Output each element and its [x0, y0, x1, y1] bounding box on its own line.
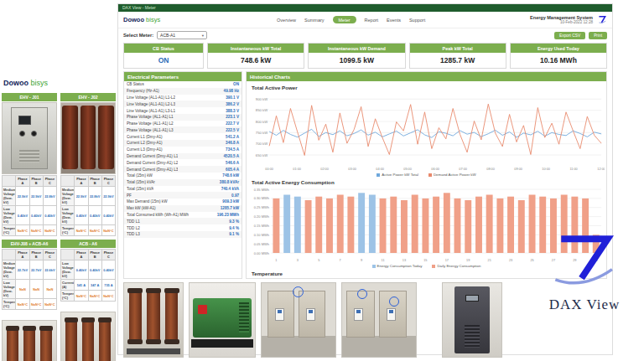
svg-text:0.25 MWh: 0.25 MWh [254, 205, 270, 209]
power-chart-title: Total Active Power [252, 85, 605, 90]
header-brand-logo[interactable]: Dowoo bisys [123, 16, 160, 23]
svg-text:10:00: 10:00 [542, 167, 550, 171]
measurement-row: Temperature (°C)NaN°CNaN°CNaN°C [61, 225, 116, 236]
nav-events[interactable]: Events [387, 18, 401, 23]
parameter-row: Current L2 (Dmy-A1)346.8 A [124, 140, 242, 147]
transformer-coil [98, 106, 114, 169]
generator-logo [198, 305, 207, 313]
kpi-energy-today: Energy Used Today 10.16 MWh [510, 43, 607, 69]
legend-swatch [372, 265, 376, 268]
measurement-value: NaN°C [43, 225, 56, 236]
phase-column-header: Phase A [75, 250, 88, 260]
nav-summary[interactable]: Summary [304, 18, 325, 23]
measurement-value: 22.9kV [16, 187, 29, 206]
switchgear-vent [19, 150, 40, 162]
equipment-section-header: ACB - A6 [60, 240, 116, 248]
transformer-coil [62, 106, 78, 169]
svg-text:09:00: 09:00 [514, 167, 522, 171]
nav-meter[interactable]: Meter [333, 16, 356, 23]
svg-text:23: 23 [509, 258, 513, 262]
transformer-coil [23, 328, 35, 361]
total-active-power-chart[interactable]: 900 kW850 kW800 kW750 kW700 kW650 kW00:0… [248, 91, 605, 172]
measurement-label: Medium Voltage (Dow-kV) [61, 187, 75, 206]
corner-cell [61, 250, 75, 260]
parameter-value: 9.4 % [229, 226, 239, 230]
parameter-label: Demand Current (Dmy-A1) L2 [127, 161, 178, 165]
measurement-value: NaN°C [75, 225, 88, 236]
kpi-title: CB Status [124, 44, 203, 53]
generator-base [191, 339, 252, 348]
dax-logo-icon [597, 15, 607, 25]
table-header-row: Phase APhase BPhase C [61, 250, 116, 260]
transformer-coil [65, 320, 77, 361]
parameter-value: 748.6 kW [222, 173, 239, 178]
measurement-value: 22.9kV [101, 187, 115, 206]
generator-vent [239, 302, 250, 333]
brand-dowoo: Dowoo [3, 79, 29, 87]
svg-text:0.20 MWh: 0.20 MWh [254, 214, 270, 219]
measurement-value: 0.40kV [101, 260, 115, 280]
legend-item: Active Power kW Total [377, 173, 418, 177]
svg-text:03:00: 03:00 [348, 167, 356, 171]
legend-swatch [428, 173, 432, 177]
system-title-block: Energy Management System 10-Feb-2022 12:… [530, 15, 593, 24]
measurement-row: Medium Voltage (Dow-kV)22.7kV22.7kV22.6k… [3, 260, 57, 280]
phase-measurements-table: Phase APhase BPhase CMedium Voltage (Dow… [2, 249, 57, 310]
measurement-value: 22.7kV [16, 260, 29, 280]
svg-text:11: 11 [382, 258, 385, 262]
svg-text:0.00 MWh: 0.00 MWh [254, 251, 270, 255]
parameter-label: Current L2 (Dmy-A1) [127, 141, 163, 145]
measurement-value: 541 A [75, 280, 88, 291]
coils-photo [60, 102, 116, 174]
parameter-label: CB Status [127, 82, 144, 86]
switchgear-screen [18, 116, 32, 126]
electrical-parameters-panel: Electrical Parameters CB StatusONFrequen… [123, 71, 242, 279]
svg-text:19: 19 [466, 258, 470, 262]
phase-column-header: Phase B [29, 176, 43, 187]
legend-item: Demand Active Power kW [428, 173, 476, 177]
parameter-label: Line Voltage (AL1-A1) L1-L2 [127, 95, 175, 100]
parameter-value: 1285.7 kW [221, 206, 239, 210]
transformer-coil [147, 291, 159, 343]
legend-label: Demand Active Power kW [434, 173, 476, 177]
measurement-value: NaN°C [16, 299, 29, 310]
export-csv-button[interactable]: Export CSV [554, 32, 585, 39]
ups-tower [454, 286, 490, 353]
svg-text:21: 21 [487, 258, 491, 262]
legend-item: Energy Consumption Today [372, 264, 423, 268]
transformer-coil [82, 320, 94, 361]
corner-cell [61, 176, 75, 187]
measurement-label: Temperature (°C) [61, 291, 75, 302]
parameter-label: Line Voltage (AL1-A1) L2-L3 [127, 102, 175, 106]
meter-select[interactable]: ACB-A1 ▾ [157, 31, 207, 39]
phase-measurements-table: Phase APhase BPhase CMedium Voltage (Dow… [2, 175, 57, 236]
nav-report[interactable]: Report [365, 18, 379, 23]
kpi-kw-total: Instantaneous kW Total 748.6 kW [207, 43, 304, 69]
phase-column-header: Phase B [88, 176, 101, 187]
brand-dowoo: Dowoo [123, 16, 144, 23]
switchroom-photo-1 [261, 282, 336, 358]
equipment-section-header: EHV - J02 [60, 93, 116, 101]
phase-column-header: Phase C [43, 250, 56, 260]
kpi-value: 1099.5 kW [309, 53, 404, 68]
measurement-label: Medium Voltage (Dow-kV) [3, 187, 16, 206]
measurement-value: 0.40kV [88, 260, 101, 280]
equipment-column: EHV - J01Phase APhase BPhase CMedium Vol… [2, 90, 57, 361]
titlebar-text: DAX View - Meter [122, 5, 156, 10]
parameter-row: TDD L39.1 % [124, 231, 242, 238]
brand-bisys: bisys [31, 79, 49, 87]
parameter-value: 222.7 V [226, 121, 239, 126]
nav-support[interactable]: Support [409, 18, 425, 23]
parameter-value: 9.1 % [229, 232, 239, 236]
svg-text:05:00: 05:00 [403, 167, 412, 171]
print-button[interactable]: Print [589, 32, 607, 39]
measurement-row: Low Voltage (Dow-kV)0.40kV0.40kV0.40kV [61, 260, 116, 280]
phase-measurements-table: Phase APhase BPhase CLow Voltage (Dow-kV… [60, 249, 116, 302]
annotation-circle [357, 289, 367, 299]
nav-overview[interactable]: Overview [277, 18, 296, 23]
measurement-row: Temperature (°C)NaN°CNaN°CNaN°C [61, 291, 116, 302]
measurement-label: Low Voltage (Dow-kV) [3, 206, 16, 225]
svg-text:01:00: 01:00 [293, 167, 301, 171]
transformer-photo [2, 320, 57, 361]
legend-swatch [432, 265, 435, 268]
